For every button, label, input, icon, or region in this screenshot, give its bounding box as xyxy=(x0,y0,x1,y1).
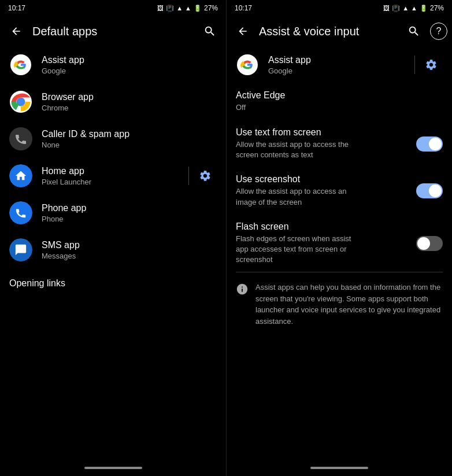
browser-app-title: Browser app xyxy=(42,92,217,102)
assist-app-text: Assist app Google xyxy=(42,55,217,75)
wifi-icon: ▲ xyxy=(176,5,183,12)
right-signal-icon: ▲ xyxy=(411,5,417,12)
phone-app-item[interactable]: Phone app Phone xyxy=(0,194,226,231)
active-edge-subtitle: Off xyxy=(236,102,363,113)
use-text-title: Use text from screen xyxy=(236,127,412,138)
help-icon: ? xyxy=(436,26,442,36)
left-battery-pct: 27% xyxy=(204,4,218,12)
right-back-button[interactable] xyxy=(231,20,254,43)
use-screenshot-toggle[interactable] xyxy=(416,183,443,198)
right-assist-app-icon xyxy=(236,53,259,76)
left-status-bar: 10:17 🖼 📳 ▲ ▲ 🔋 27% xyxy=(0,0,226,16)
info-box: Assist apps can help you based on inform… xyxy=(227,272,452,336)
flash-screen-text: Flash screen Flash edges of screen when … xyxy=(236,222,412,265)
use-screenshot-subtitle: Allow the assist app to access an image … xyxy=(236,186,363,207)
left-status-time: 10:17 xyxy=(8,4,25,12)
use-text-subtitle: Allow the assist app to access the scree… xyxy=(236,139,363,160)
info-text: Assist apps can help you based on inform… xyxy=(255,282,443,327)
left-search-button[interactable] xyxy=(198,20,221,43)
right-assist-app-text: Assist app Google xyxy=(268,55,414,75)
browser-app-icon xyxy=(9,90,32,113)
right-home-bar xyxy=(227,460,452,476)
home-app-text: Home app Pixel Launcher xyxy=(42,166,188,186)
right-status-time: 10:17 xyxy=(235,4,252,12)
use-text-item[interactable]: Use text from screen Allow the assist ap… xyxy=(227,120,452,167)
right-vibrate-icon: 📳 xyxy=(392,5,400,12)
flash-screen-toggle-thumb xyxy=(417,237,430,250)
flash-screen-subtitle: Flash edges of screen when assist app ac… xyxy=(236,234,363,265)
battery-icon: 🔋 xyxy=(194,5,202,12)
right-panel: 10:17 🖼 📳 ▲ ▲ 🔋 27% Assist & voice input… xyxy=(226,0,452,476)
sms-app-title: SMS app xyxy=(42,240,217,250)
right-assist-gear-button[interactable] xyxy=(420,53,443,76)
vibrate-icon: 📳 xyxy=(166,5,174,12)
caller-id-item[interactable]: Caller ID & spam app None xyxy=(0,120,226,157)
sms-app-icon xyxy=(9,238,32,261)
home-app-subtitle: Pixel Launcher xyxy=(42,178,188,186)
right-assist-divider xyxy=(414,56,415,74)
flash-screen-title: Flash screen xyxy=(236,222,412,232)
home-app-icon xyxy=(9,164,32,187)
home-app-item[interactable]: Home app Pixel Launcher xyxy=(0,157,226,194)
use-text-toggle[interactable] xyxy=(416,136,443,152)
right-wifi-icon: ▲ xyxy=(402,5,409,12)
left-home-bar xyxy=(0,460,226,476)
svg-point-3 xyxy=(18,99,24,105)
right-assist-app-title: Assist app xyxy=(268,55,414,65)
info-icon xyxy=(236,283,249,327)
right-status-icons: 🖼 📳 ▲ ▲ 🔋 27% xyxy=(383,4,444,12)
right-battery-icon: 🔋 xyxy=(420,5,428,12)
left-status-icons: 🖼 📳 ▲ ▲ 🔋 27% xyxy=(157,4,218,12)
flash-screen-item[interactable]: Flash screen Flash edges of screen when … xyxy=(227,215,452,272)
active-edge-title: Active Edge xyxy=(236,90,443,101)
left-page-title: Default apps xyxy=(32,25,194,38)
right-top-bar: Assist & voice input ? xyxy=(227,16,452,46)
screenshot-icon: 🖼 xyxy=(157,5,164,12)
signal-icon: ▲ xyxy=(185,5,191,12)
phone-app-icon-circle xyxy=(9,201,32,224)
active-edge-item[interactable]: Active Edge Off xyxy=(227,83,452,120)
browser-app-text: Browser app Chrome xyxy=(42,92,217,112)
use-screenshot-title: Use screenshot xyxy=(236,174,412,185)
use-text-text: Use text from screen Allow the assist ap… xyxy=(236,127,412,160)
right-search-button[interactable] xyxy=(402,20,425,43)
sms-app-subtitle: Messages xyxy=(42,252,217,260)
sms-app-item[interactable]: SMS app Messages xyxy=(0,231,226,268)
browser-app-subtitle: Chrome xyxy=(42,104,217,112)
right-battery-pct: 27% xyxy=(430,4,444,12)
right-assist-app-subtitle: Google xyxy=(268,67,414,75)
use-screenshot-item[interactable]: Use screenshot Allow the assist app to a… xyxy=(227,167,452,214)
assist-app-item[interactable]: Assist app Google xyxy=(0,46,226,83)
caller-id-text: Caller ID & spam app None xyxy=(42,129,217,149)
caller-id-icon xyxy=(9,127,32,150)
right-help-button[interactable]: ? xyxy=(430,23,447,40)
browser-app-item[interactable]: Browser app Chrome xyxy=(0,83,226,120)
right-screenshot-icon: 🖼 xyxy=(383,5,390,12)
right-home-indicator xyxy=(310,467,368,469)
phone-app-subtitle: Phone xyxy=(42,215,217,223)
caller-id-title: Caller ID & spam app xyxy=(42,129,217,139)
active-edge-text: Active Edge Off xyxy=(236,90,443,113)
use-screenshot-toggle-thumb xyxy=(429,185,442,197)
left-top-bar: Default apps xyxy=(0,16,226,46)
phone-app-icon xyxy=(9,201,32,224)
left-home-indicator xyxy=(84,467,142,469)
flash-screen-toggle[interactable] xyxy=(416,236,443,251)
right-status-bar: 10:17 🖼 📳 ▲ ▲ 🔋 27% xyxy=(227,0,452,16)
assist-app-title: Assist app xyxy=(42,55,217,65)
phone-app-text: Phone app Phone xyxy=(42,203,217,223)
left-panel: 10:17 🖼 📳 ▲ ▲ 🔋 27% Default apps Assist … xyxy=(0,0,226,476)
sms-app-text: SMS app Messages xyxy=(42,240,217,260)
assist-app-icon xyxy=(9,53,32,76)
use-screenshot-text: Use screenshot Allow the assist app to a… xyxy=(236,174,412,207)
home-app-icon-circle xyxy=(9,164,32,187)
opening-links-label: Opening links xyxy=(9,278,65,289)
home-app-title: Home app xyxy=(42,166,188,176)
phone-app-title: Phone app xyxy=(42,203,217,213)
left-back-button[interactable] xyxy=(5,20,28,43)
sms-app-icon-circle xyxy=(9,238,32,261)
assist-app-subtitle: Google xyxy=(42,67,217,75)
home-gear-button[interactable] xyxy=(194,164,217,187)
right-assist-app-item[interactable]: Assist app Google xyxy=(227,46,452,83)
opening-links-item[interactable]: Opening links xyxy=(0,268,226,298)
